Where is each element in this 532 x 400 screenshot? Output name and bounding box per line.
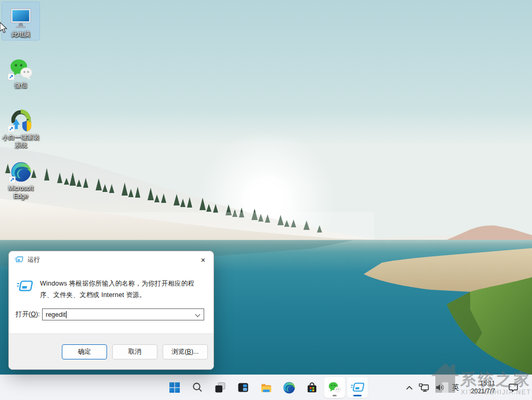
desktop: 此电脑 微信 小白一键重装系统 Microsoft Edge 运行 × xyxy=(0,0,532,400)
ok-button[interactable]: 确定 xyxy=(62,344,107,359)
run-command-input[interactable]: regedit xyxy=(42,308,204,320)
shortcut-arrow-icon xyxy=(8,125,15,132)
desktop-icon-wechat[interactable]: 微信 xyxy=(2,53,39,91)
desktop-icon-label: 此电脑 xyxy=(11,31,30,38)
browse-button[interactable]: 浏览(B)... xyxy=(163,344,208,359)
task-view-button[interactable] xyxy=(210,377,231,398)
run-icon-large xyxy=(17,279,33,293)
desktop-icon-label: 微信 xyxy=(15,82,27,89)
tray-time: 15:11 xyxy=(480,380,495,388)
edge-button[interactable] xyxy=(278,377,299,398)
windows-start-icon xyxy=(168,381,181,394)
cancel-button[interactable]: 取消 xyxy=(112,344,157,359)
run-icon xyxy=(15,256,23,263)
active-indicator xyxy=(353,395,362,396)
desktop-icon-edge[interactable]: Microsoft Edge xyxy=(2,156,39,202)
network-icon[interactable] xyxy=(419,383,430,392)
wechat-taskbar-button[interactable] xyxy=(324,377,345,398)
edge-icon xyxy=(283,381,296,394)
this-pc-icon xyxy=(8,7,33,29)
volume-icon[interactable] xyxy=(435,383,445,392)
chevron-down-icon[interactable] xyxy=(195,312,201,317)
shortcut-arrow-icon xyxy=(9,176,16,183)
search-button[interactable] xyxy=(187,377,208,398)
task-view-icon xyxy=(214,381,227,394)
tray-date: 2021/7/7 xyxy=(471,388,495,395)
shortcut-arrow-icon xyxy=(8,73,15,80)
text-caret xyxy=(66,311,66,318)
wechat-icon xyxy=(328,381,341,394)
run-icon xyxy=(351,382,365,393)
running-indicator xyxy=(332,395,337,396)
search-icon xyxy=(191,381,204,394)
file-explorer-icon xyxy=(260,381,273,394)
close-icon[interactable]: × xyxy=(193,251,214,268)
desktop-icon-xiaobai[interactable]: 小白一键重装系统 xyxy=(2,105,39,151)
file-explorer-button[interactable] xyxy=(256,377,276,398)
store-button[interactable] xyxy=(301,377,322,398)
widgets-button[interactable] xyxy=(233,377,254,398)
start-button[interactable] xyxy=(164,377,185,398)
clock[interactable]: 15:11 2021/7/7 xyxy=(471,380,495,395)
show-hidden-icons-chevron[interactable] xyxy=(406,385,413,390)
ime-indicator[interactable]: 英 xyxy=(452,383,459,392)
run-dialog-title: 运行 xyxy=(28,255,40,264)
open-label: 打开(O): xyxy=(16,310,42,319)
desktop-icon-this-pc[interactable]: 此电脑 xyxy=(2,2,39,40)
run-taskbar-button[interactable] xyxy=(347,377,368,398)
run-dialog-titlebar[interactable]: 运行 × xyxy=(9,251,214,268)
store-icon xyxy=(305,381,318,394)
run-dialog: 运行 × Windows 将根据你所输入的名称，为你打开相应的程序、文件夹、文档… xyxy=(8,251,214,370)
widgets-icon xyxy=(237,381,249,394)
run-dialog-footer: 确定 取消 浏览(B)... xyxy=(9,333,214,369)
notification-center-icon[interactable] xyxy=(508,383,518,393)
mouse-cursor xyxy=(0,22,9,34)
run-command-value: regedit xyxy=(46,311,65,318)
run-dialog-description: Windows 将根据你所输入的名称，为你打开相应的程序、文件夹、文档或 Int… xyxy=(40,278,200,301)
desktop-icon-label: Microsoft Edge xyxy=(2,185,39,200)
taskbar: 英 15:11 2021/7/7 xyxy=(0,375,532,400)
desktop-icon-label: 小白一键重装系统 xyxy=(2,134,39,149)
